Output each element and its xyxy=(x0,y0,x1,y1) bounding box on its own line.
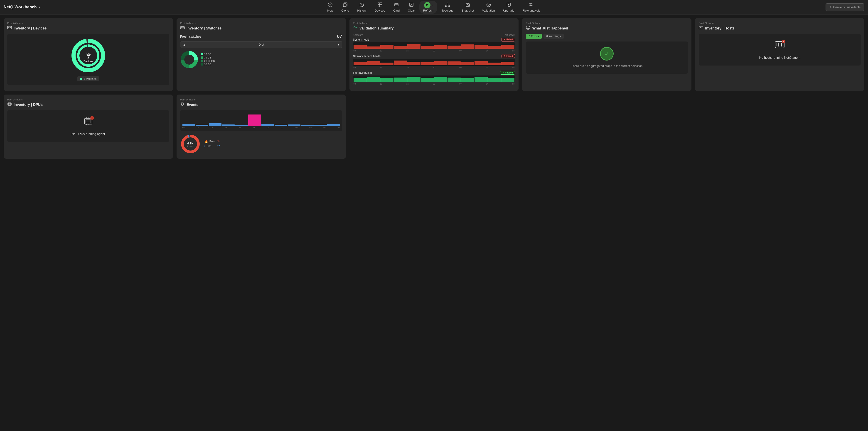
val-row-name: Network service health xyxy=(353,55,380,58)
val-row-name: Interface health xyxy=(353,71,372,74)
svg-point-39 xyxy=(181,27,182,28)
col-last-check: Last check xyxy=(504,34,515,36)
autosave-button[interactable]: Autosave is unavailable xyxy=(826,3,864,11)
mini-chart-interface xyxy=(353,75,515,82)
card-header: Past 24 hours Inventory | Switches xyxy=(180,22,342,31)
refresh-icon-wrap: ⟳ ▾ xyxy=(424,2,433,8)
time-axis: 08121620000408 xyxy=(353,83,515,85)
nav-history-label: History xyxy=(357,9,366,12)
svg-point-20 xyxy=(467,4,468,6)
val-row-interface-health: Interface health ✓ Passed xyxy=(353,71,515,85)
refresh-circle: ⟳ xyxy=(424,2,431,8)
filter-icon: ⊿ xyxy=(183,43,186,46)
nav-refresh[interactable]: ⟳ ▾ Refresh xyxy=(420,1,437,13)
card-header: Past 24 hours Inventory | DPUs xyxy=(7,98,169,107)
logo-chevron-icon: ▾ xyxy=(38,5,40,9)
status-badge-passed: ✓ Passed xyxy=(500,71,515,75)
status-text: Passed xyxy=(505,71,513,74)
svg-point-15 xyxy=(445,5,446,7)
nav-card-label: Card xyxy=(393,9,400,12)
val-row-header: Network service health ⊗ Failed xyxy=(353,54,515,58)
failed-icon: ⊗ xyxy=(503,55,505,57)
error-legend-row: 🔥 Error 4k xyxy=(204,140,220,143)
svg-rect-71 xyxy=(86,120,91,123)
svg-rect-19 xyxy=(466,4,469,7)
main-content: Past 24 hours Inventory | Devices xyxy=(0,14,868,162)
card-time: Past 24 hours xyxy=(7,22,169,25)
nav-clear-label: Clear xyxy=(408,9,415,12)
nav-new-label: New xyxy=(327,9,333,12)
events-donut-label: 4.1K Events xyxy=(187,142,193,147)
nav-devices[interactable]: Devices xyxy=(371,0,389,14)
info-label: Info xyxy=(207,145,211,148)
nav-refresh-label: Refresh xyxy=(423,9,433,12)
svg-line-17 xyxy=(446,4,447,6)
card-header: Past 24 hours Inventory | Hosts xyxy=(699,22,861,31)
flow-icon xyxy=(529,2,534,8)
nav-new[interactable]: New xyxy=(323,0,337,14)
card-title-text: Validation summary xyxy=(360,26,394,30)
disk-legend: 10 GB 39 GB 28.00 GB 30 GB xyxy=(201,53,215,66)
validation-summary-icon xyxy=(353,25,358,31)
events-bottom: 4.1K Events 🔥 Error 4k ℹ Info 37 xyxy=(180,134,342,155)
wjh-icon xyxy=(526,25,530,31)
card-header: Past 24 hours What Just Happened xyxy=(526,22,688,31)
svg-rect-5 xyxy=(378,3,380,4)
info-legend-row: ℹ Info 37 xyxy=(204,144,220,148)
refresh-chevron-icon: ▾ xyxy=(431,4,433,7)
nav-validation[interactable]: Validation xyxy=(478,0,499,14)
svg-point-21 xyxy=(487,3,490,7)
card-title: Inventory | Devices xyxy=(7,25,169,31)
nav-flow[interactable]: Flow analysis xyxy=(519,0,544,14)
nav-topology-label: Topology xyxy=(442,9,454,12)
nav-upgrade[interactable]: Upgrade xyxy=(499,0,518,14)
hosts-body: ! No hosts running NetQ agent xyxy=(699,34,861,66)
topology-icon xyxy=(445,2,450,8)
snapshot-icon xyxy=(465,2,470,8)
svg-text:Devices: Devices xyxy=(84,60,93,63)
card-title-text: Inventory | Switches xyxy=(187,26,222,30)
nav-clear[interactable]: Clear xyxy=(404,0,418,14)
nav-clone[interactable]: Clone xyxy=(338,0,353,14)
main-nav: New Clone History xyxy=(45,0,822,14)
col-category: Category xyxy=(353,34,363,36)
nav-topology[interactable]: Topology xyxy=(438,0,457,14)
info-count: 37 xyxy=(217,145,220,148)
dropdown-chevron-icon: ▾ xyxy=(338,43,339,46)
svg-rect-65 xyxy=(8,103,11,105)
history-icon xyxy=(359,2,364,8)
disk-filter-dropdown[interactable]: ⊿ Disk ▾ xyxy=(180,41,342,48)
clone-icon xyxy=(343,2,348,8)
svg-line-18 xyxy=(447,4,449,6)
logo-text: NetQ Workbench xyxy=(4,5,37,9)
card-title: What Just Happened xyxy=(526,25,688,31)
card-title: Validation summary xyxy=(353,25,515,31)
status-badge-failed: ⊗ Failed xyxy=(501,38,515,41)
wjh-tab-errors[interactable]: 0 Errors xyxy=(526,34,542,39)
card-inventory-switches: Past 24 hours Inventory | Switches Fresh… xyxy=(177,18,346,91)
svg-rect-7 xyxy=(378,5,380,7)
hosts-icon xyxy=(699,25,703,31)
card-validation-summary: Past 24 hours Validation summary Categor… xyxy=(349,18,519,91)
val-row-header: System health ⊗ Failed xyxy=(353,38,515,41)
val-row-network-health: Network service health ⊗ Failed xyxy=(353,54,515,68)
card-title: Events xyxy=(180,102,342,107)
nav-snapshot[interactable]: Snapshot xyxy=(458,0,478,14)
fire-icon: 🔥 xyxy=(204,140,208,143)
svg-rect-9 xyxy=(395,3,398,6)
svg-rect-3 xyxy=(343,4,346,7)
nav-upgrade-label: Upgrade xyxy=(503,9,515,12)
card-header: Past 24 hours Inventory | Devices xyxy=(7,22,169,31)
nav-history[interactable]: History xyxy=(353,0,370,14)
events-legend: 🔥 Error 4k ℹ Info 37 xyxy=(204,140,220,149)
card-header: Past 24 hours Events xyxy=(180,98,342,107)
nav-card[interactable]: Card xyxy=(390,0,403,14)
validation-icon xyxy=(486,2,491,8)
donut-chart: Total 7 Devices xyxy=(70,37,106,74)
disk-donut-area: 10 GB 39 GB 28.00 GB 30 GB xyxy=(180,51,342,69)
clear-icon xyxy=(409,2,414,8)
time-axis: 08121620000408 xyxy=(353,66,515,68)
wjh-tab-warnings[interactable]: 0 Warnings xyxy=(544,34,563,39)
logo[interactable]: NetQ Workbench ▾ xyxy=(4,5,40,9)
events-bars xyxy=(182,112,340,126)
